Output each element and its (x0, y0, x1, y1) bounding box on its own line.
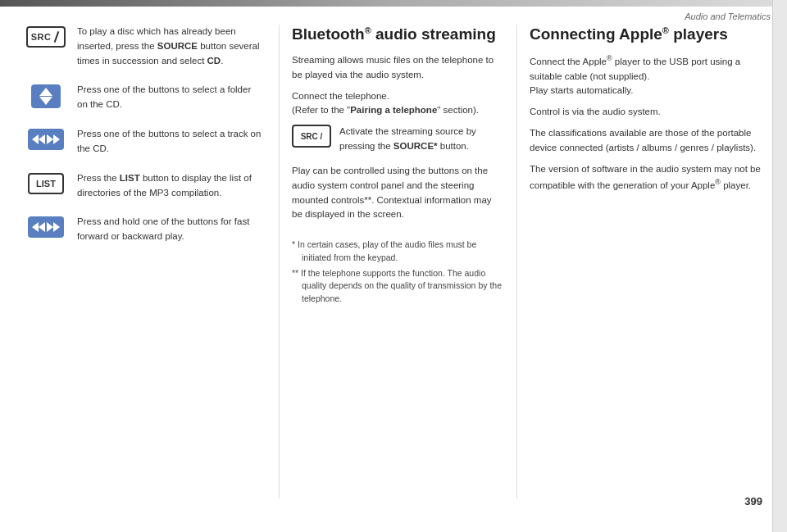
src-slash (52, 31, 61, 43)
cd-bold: CD (207, 56, 221, 66)
pairing-link: Pairing a telephone (350, 105, 437, 115)
src-activation-text: Activate the streaming source by pressin… (339, 125, 504, 154)
bluetooth-superscript: ® (365, 25, 371, 35)
list-row-text: Press the LIST button to display the lis… (77, 171, 262, 201)
apple-control-text: Control is via the audio system. (530, 105, 767, 120)
list-icon-box: LIST (25, 171, 67, 194)
middle-column: Bluetooth® audio streaming Streaming all… (279, 25, 516, 499)
ff-icon-box-track (25, 127, 67, 150)
triangle-right-3 (47, 222, 53, 232)
header-bar (0, 0, 787, 7)
src-icon-box: SRC (25, 25, 67, 48)
left-column: SRC To play a disc which has already bee… (25, 25, 279, 499)
src-mid-button-icon: SRC / (292, 125, 331, 148)
updown-arrows-icon (31, 84, 61, 108)
source-bold: SOURCE (157, 41, 198, 51)
list-label: LIST (36, 179, 56, 189)
triangle-right-4 (53, 222, 60, 232)
apple-section-title: Connecting Apple® players (530, 25, 767, 45)
play-control-text: Play can be controlled using the buttons… (292, 164, 504, 222)
src-activation-row: SRC / Activate the streaming source by p… (292, 125, 504, 154)
icon-row-updown: Press one of the buttons to select a fol… (25, 83, 262, 112)
apple-classifications-text: The classifications available are those … (530, 126, 767, 156)
ff-rewind-icon-hold (28, 216, 64, 238)
icon-row-ff-track: Press one of the buttons to select a tra… (25, 127, 262, 157)
list-bold: LIST (120, 173, 140, 183)
footnote-1: * In certain cases, play of the audio fi… (292, 239, 504, 265)
ff-rewind-icon-track (28, 129, 64, 150)
triangle-left-4 (39, 222, 45, 232)
bluetooth-intro: Streaming allows music files on the tele… (292, 53, 504, 83)
apple-sup-1: ® (607, 54, 612, 62)
triangle-left-1 (32, 134, 39, 144)
bluetooth-section-title: Bluetooth® audio streaming (292, 25, 504, 45)
ff-track-row-text: Press one of the buttons to select a tra… (77, 127, 262, 157)
arrow-down-icon (39, 97, 52, 105)
triangle-right-2 (53, 134, 60, 144)
src-label: SRC (31, 32, 52, 42)
icon-row-ff-hold: Press and hold one of the buttons for fa… (25, 215, 262, 244)
triangle-right-1 (47, 134, 53, 144)
ff-hold-row-text: Press and hold one of the buttons for fa… (77, 215, 262, 244)
connect-telephone-text: Connect the telephone. (Refer to the "Pa… (292, 89, 504, 119)
apple-connect-text: Connect the Apple® player to the USB por… (530, 53, 767, 98)
triangle-left-2 (39, 134, 45, 144)
src-mid-label: SRC / (301, 132, 323, 141)
ff-icon-box-hold (25, 215, 67, 238)
ff-side-2 (47, 222, 60, 232)
arrow-up-icon (39, 88, 52, 96)
updown-icon-box (25, 83, 67, 108)
icon-row-src: SRC To play a disc which has already bee… (25, 25, 262, 68)
source-asterisk-bold: SOURCE* (394, 141, 438, 151)
triangle-left-3 (32, 222, 39, 232)
src-row-text: To play a disc which has already been in… (77, 25, 262, 68)
apple-superscript-title: ® (662, 25, 669, 35)
page-section-label: Audio and Telematics (685, 11, 771, 21)
right-edge-decoration (772, 0, 787, 532)
list-button-icon: LIST (28, 173, 64, 194)
ff-side (47, 134, 60, 144)
right-column: Connecting Apple® players Connect the Ap… (516, 25, 767, 499)
apple-software-text: The version of software in the audio sys… (530, 162, 767, 193)
rewind-side-2 (32, 222, 45, 232)
apple-sup-2: ® (715, 178, 721, 186)
rewind-side (32, 134, 45, 144)
src-button-icon: SRC (26, 26, 66, 48)
updown-row-text: Press one of the buttons to select a fol… (77, 83, 262, 112)
footnote-2: ** If the telephone supports the functio… (292, 267, 504, 306)
icon-row-list: LIST Press the LIST button to display th… (25, 171, 262, 201)
main-content: SRC To play a disc which has already bee… (25, 25, 767, 499)
footnotes-section: * In certain cases, play of the audio fi… (292, 239, 504, 306)
